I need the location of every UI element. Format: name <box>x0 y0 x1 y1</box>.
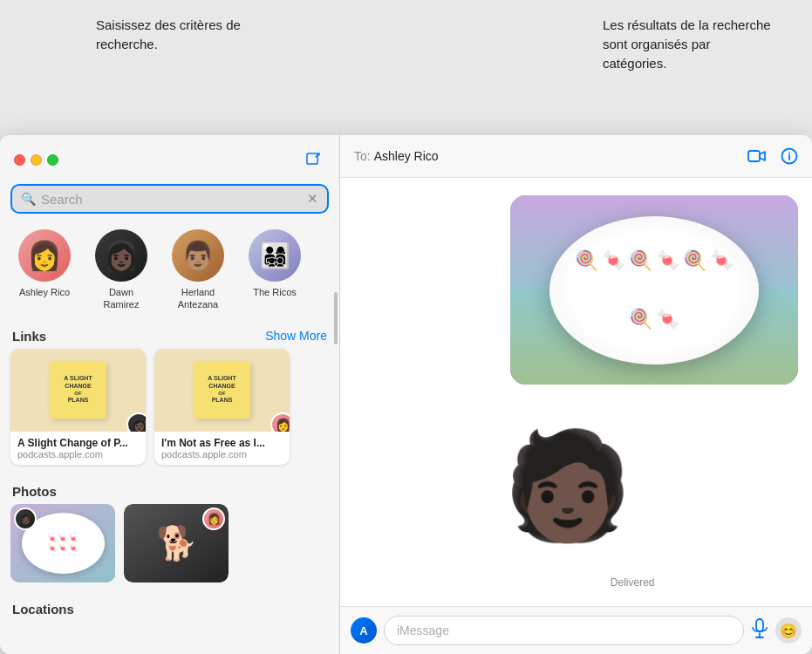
close-button[interactable] <box>14 154 25 166</box>
annotation-area: Saisissez des critères de recherche. Les… <box>0 0 812 135</box>
photo2-avatar-overlay: 👩 <box>202 508 225 530</box>
links-grid: A SLIGHTCHANGEOFPLANS 👩🏿 A Slight Change… <box>0 349 339 477</box>
contacts-row: 👩 Ashley Rico 👩🏿 DawnRamirez 👨🏽 HerlandA… <box>0 222 339 322</box>
svg-point-3 <box>788 153 790 154</box>
sidebar: 🔍 Search ✕ 👩 Ashley Rico 👩🏿 DawnRamirez … <box>0 135 340 654</box>
traffic-lights <box>14 154 58 166</box>
link-card-2[interactable]: A SLIGHTCHANGEOFPLANS 👩 I'm Not as Free … <box>154 349 290 465</box>
message-input-bar: A iMessage 😊 <box>340 606 812 654</box>
contact-name-herland: HerlandAntezana <box>178 286 218 311</box>
photo1-avatar-overlay: 👩🏿 <box>14 508 37 530</box>
emoji-button[interactable]: 😊 <box>775 617 802 644</box>
locations-section-header: Locations <box>0 595 339 622</box>
svg-rect-0 <box>307 153 317 164</box>
macarons-photo: 🍭 🍬 🍭 🍬 🍭 🍬 🍭 🍬 <box>510 195 798 385</box>
compose-button[interactable] <box>301 147 325 172</box>
contact-ashley[interactable]: 👩 Ashley Rico <box>10 229 78 311</box>
link-info-2: I'm Not as Free as I... podcasts.apple.c… <box>154 432 290 465</box>
photos-section-header: Photos <box>0 477 339 504</box>
search-icon: 🔍 <box>21 192 36 206</box>
fullscreen-button[interactable] <box>47 154 58 166</box>
main-window: 🔍 Search ✕ 👩 Ashley Rico 👩🏿 DawnRamirez … <box>0 135 812 654</box>
contact-ricos[interactable]: 👨‍👩‍👧‍👦 The Ricos <box>241 229 309 311</box>
contact-avatar-herland: 👨🏽 <box>172 229 224 282</box>
appstore-button[interactable]: A <box>351 617 377 644</box>
appstore-icon: A <box>359 624 367 637</box>
photo-thumb-2[interactable]: 🐕 👩 <box>124 504 229 582</box>
message-image-bubble: 🍭 🍬 🍭 🍬 🍭 🍬 🍭 🍬 <box>510 195 798 385</box>
video-call-button[interactable] <box>747 149 767 163</box>
links-section-title: Links <box>12 329 46 344</box>
to-label: To: <box>354 149 371 163</box>
photo-dog: 🐕 👩 <box>124 504 229 582</box>
contact-avatar-dawn: 👩🏿 <box>95 229 147 282</box>
memoji-image: 🧑🏿 <box>481 399 655 573</box>
svg-rect-4 <box>756 619 763 631</box>
svg-rect-1 <box>748 151 760 161</box>
photo-thumb-1[interactable]: 🍬🍬🍬🍬🍬🍬 👩🏿 <box>10 504 115 582</box>
link-card-1[interactable]: A SLIGHTCHANGEOFPLANS 👩🏿 A Slight Change… <box>10 349 146 465</box>
photos-grid: 🍬🍬🍬🍬🍬🍬 👩🏿 🐕 👩 <box>0 504 339 595</box>
podcast-note-1: A SLIGHTCHANGEOFPLANS <box>50 362 106 419</box>
message-header: To: Ashley Rico <box>340 135 812 178</box>
contact-dawn[interactable]: 👩🏿 DawnRamirez <box>87 229 155 311</box>
contact-herland[interactable]: 👨🏽 HerlandAntezana <box>164 229 232 311</box>
contact-name-dawn: DawnRamirez <box>104 286 140 311</box>
search-bar[interactable]: 🔍 Search ✕ <box>10 184 329 214</box>
imessage-input[interactable]: iMessage <box>384 616 744 645</box>
emoji-icon: 😊 <box>780 623 797 639</box>
delivered-label: Delivered <box>611 576 655 589</box>
photos-section-title: Photos <box>12 484 57 499</box>
search-input[interactable]: Search <box>41 192 307 207</box>
contact-name-ricos: The Ricos <box>253 286 297 298</box>
contact-avatar-ricos: 👨‍👩‍👧‍👦 <box>249 229 301 282</box>
contact-name-ashley: Ashley Rico <box>19 286 70 298</box>
sidebar-header <box>0 135 339 179</box>
link-title-1: A Slight Change of P... <box>17 437 139 449</box>
contact-avatar-ashley: 👩 <box>18 229 71 282</box>
minimize-button[interactable] <box>31 154 42 166</box>
link-thumbnail-2: A SLIGHTCHANGEOFPLANS 👩 <box>154 349 290 432</box>
message-panel: To: Ashley Rico <box>340 135 812 654</box>
locations-section-title: Locations <box>12 602 74 617</box>
message-header-icons <box>747 147 798 165</box>
message-content: 🍭 🍬 🍭 🍬 🍭 🍬 🍭 🍬 🧑🏿 <box>340 178 812 606</box>
annotation-left: Saisissez des critères de recherche. <box>96 16 270 135</box>
link-info-1: A Slight Change of P... podcasts.apple.c… <box>10 432 146 465</box>
memoji-bubble: 🧑🏿 Delivered <box>481 399 655 589</box>
link-thumbnail-1: A SLIGHTCHANGEOFPLANS 👩🏿 <box>10 349 146 432</box>
annotation-right: Les résultats de la recherche sont organ… <box>603 16 777 135</box>
link-domain-2: podcasts.apple.com <box>161 449 283 460</box>
audio-button[interactable] <box>751 618 768 644</box>
search-clear-icon[interactable]: ✕ <box>307 191 318 207</box>
podcast-avatar-overlay-2: 👩 <box>270 412 290 432</box>
photo-macarons: 🍬🍬🍬🍬🍬🍬 👩🏿 <box>10 504 115 582</box>
show-more-button[interactable]: Show More <box>265 329 327 343</box>
podcast-note-2: A SLIGHTCHANGEOFPLANS <box>194 362 250 419</box>
message-contact-name: Ashley Rico <box>374 149 747 163</box>
info-button[interactable] <box>781 147 798 165</box>
links-section-header: Links Show More <box>0 322 339 349</box>
sidebar-scrollbar[interactable] <box>334 292 338 344</box>
podcast-avatar-overlay-1: 👩🏿 <box>126 412 146 432</box>
link-domain-1: podcasts.apple.com <box>17 449 139 460</box>
imessage-placeholder: iMessage <box>397 623 449 637</box>
link-title-2: I'm Not as Free as I... <box>161 437 283 449</box>
